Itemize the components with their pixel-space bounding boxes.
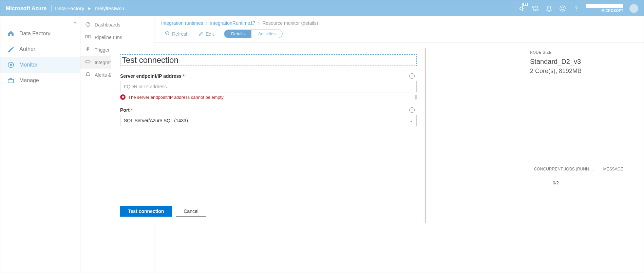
svg-point-3 xyxy=(562,7,562,8)
sidebar-item-label: Manage xyxy=(19,77,39,84)
tab-activities[interactable]: Activities xyxy=(251,30,282,38)
node-size-card: NODE SIZE Standard_D2_v3 2 Core(s), 8192… xyxy=(530,50,608,75)
error-icon: ✕ xyxy=(120,94,126,100)
svg-point-9 xyxy=(86,22,90,26)
announcements-badge: 23 xyxy=(522,3,528,6)
dialog-footer: Test connection Cancel xyxy=(120,206,206,217)
info-icon[interactable]: i xyxy=(409,73,415,79)
port-selected-value: SQL Server/Azure SQL (1433) xyxy=(124,118,188,123)
chevron-right-icon: › xyxy=(258,20,260,26)
port-label-text: Port xyxy=(120,107,130,113)
primary-sidebar: « Data Factory Author Monitor Manage xyxy=(0,16,80,273)
svg-rect-1 xyxy=(536,9,538,11)
breadcrumb: Integration runtimes › integrationRuntim… xyxy=(154,16,644,28)
chevron-down-icon: ⌄ xyxy=(410,118,413,123)
trigger-icon xyxy=(85,47,91,53)
chevron-right-icon: ▶ xyxy=(88,6,91,10)
avatar[interactable] xyxy=(629,4,638,13)
home-icon xyxy=(7,30,15,37)
server-endpoint-label-text: Server endpoint/IP address xyxy=(120,73,182,79)
account-name-redacted xyxy=(586,4,623,8)
svg-point-2 xyxy=(560,6,565,11)
notifications-icon[interactable] xyxy=(545,5,553,12)
sidebar-item-monitor[interactable]: Monitor xyxy=(0,57,80,73)
svg-rect-8 xyxy=(8,79,14,83)
sidebar-item-manage[interactable]: Manage xyxy=(0,73,80,88)
edit-button[interactable]: Edit xyxy=(195,30,217,38)
svg-rect-11 xyxy=(89,35,90,38)
top-bar-right: 23 MICROSOFT xyxy=(518,4,638,13)
top-bar: Microsoft Azure Data Factory ▶ meiyltest… xyxy=(0,0,644,16)
pencil-icon xyxy=(7,46,15,53)
dialog-title: Test connection xyxy=(122,55,415,65)
svg-rect-10 xyxy=(86,35,87,38)
sidebar-item-label: Monitor xyxy=(19,62,37,68)
sidebar-item-data-factory[interactable]: Data Factory xyxy=(0,26,80,41)
service-label[interactable]: Data Factory xyxy=(55,5,84,11)
node-size-desc: 2 Core(s), 8192MB xyxy=(530,68,608,75)
test-connection-button[interactable]: Test connection xyxy=(120,206,172,217)
required-asterisk: * xyxy=(131,107,133,113)
svg-rect-12 xyxy=(86,61,90,63)
collapse-sidebar-icon[interactable]: « xyxy=(74,20,77,25)
port-field: Port * i SQL Server/Azure SQL (1433) ⌄ xyxy=(120,107,417,126)
toolbar: Refresh Edit Details Activities xyxy=(154,28,644,43)
server-endpoint-field: Server endpoint/IP address * i ✕ The ser… xyxy=(120,73,417,100)
col-concurrent-jobs: CONCURRENT JOBS (RUNN… xyxy=(534,167,593,171)
subnav-label: Pipeline runs xyxy=(95,35,122,40)
server-endpoint-label: Server endpoint/IP address * xyxy=(120,73,417,79)
error-message: The server endpoint/IP address cannot be… xyxy=(128,95,225,100)
refresh-button[interactable]: Refresh xyxy=(161,29,192,38)
dialog-title-wrap: Test connection xyxy=(120,54,417,66)
dashboard-icon xyxy=(85,21,91,28)
help-icon[interactable] xyxy=(572,5,580,12)
port-select[interactable]: SQL Server/Azure SQL (1433) ⌄ xyxy=(120,115,417,126)
svg-rect-0 xyxy=(533,6,535,8)
svg-point-4 xyxy=(564,7,564,8)
chevron-right-icon: › xyxy=(206,20,208,26)
subnav-dashboards[interactable]: Dashboards xyxy=(80,18,154,31)
concurrent-jobs-value: 0/2 xyxy=(553,180,559,185)
server-endpoint-input[interactable] xyxy=(120,81,417,92)
sidebar-item-author[interactable]: Author xyxy=(0,41,80,57)
info-icon[interactable]: i xyxy=(409,107,415,113)
scroll-hint xyxy=(415,95,417,99)
node-size-heading: NODE SIZE xyxy=(530,50,608,54)
tenant-label: MICROSOFT xyxy=(602,9,624,13)
bell-icon xyxy=(85,72,91,78)
gauge-icon xyxy=(7,61,15,69)
directory-switch-icon[interactable] xyxy=(532,5,539,12)
svg-point-5 xyxy=(576,10,576,10)
test-connection-dialog: Test connection Server endpoint/IP addre… xyxy=(111,48,426,223)
brand-label[interactable]: Microsoft Azure xyxy=(6,5,52,12)
node-size-value: Standard_D2_v3 xyxy=(530,58,608,66)
account-block[interactable]: MICROSOFT xyxy=(586,4,623,13)
announcements-icon[interactable]: 23 xyxy=(518,5,526,12)
breadcrumb-runtime-name[interactable]: integrationRuntime17 xyxy=(210,20,255,26)
edit-label: Edit xyxy=(206,31,214,37)
sidebar-item-label: Author xyxy=(19,46,35,52)
breadcrumb-current: Resource monitor (details) xyxy=(262,20,318,26)
cancel-button[interactable]: Cancel xyxy=(176,206,206,217)
sidebar-item-label: Data Factory xyxy=(19,31,51,37)
integration-icon xyxy=(85,59,91,66)
feedback-icon[interactable] xyxy=(559,5,566,12)
col-message: MESSAGE xyxy=(603,167,623,171)
table-headers: CONCURRENT JOBS (RUNN… MESSAGE xyxy=(534,167,623,171)
subnav-pipeline-runs[interactable]: Pipeline runs xyxy=(80,31,154,43)
pencil-icon xyxy=(199,31,204,37)
subnav-label: Dashboards xyxy=(95,22,120,28)
top-bar-left: Microsoft Azure Data Factory ▶ meiyltest… xyxy=(6,5,124,12)
required-asterisk: * xyxy=(183,73,185,79)
tab-group: Details Activities xyxy=(224,30,283,38)
port-label: Port * xyxy=(120,107,417,113)
refresh-label: Refresh xyxy=(172,31,189,37)
toolbox-icon xyxy=(7,77,15,84)
pipeline-icon xyxy=(85,34,91,40)
refresh-icon xyxy=(165,31,170,37)
breadcrumb-integration-runtimes[interactable]: Integration runtimes xyxy=(161,20,203,26)
server-endpoint-error: ✕ The server endpoint/IP address cannot … xyxy=(120,94,417,100)
tab-details[interactable]: Details xyxy=(224,30,251,38)
resource-label[interactable]: meiyltestwcu xyxy=(95,5,124,11)
